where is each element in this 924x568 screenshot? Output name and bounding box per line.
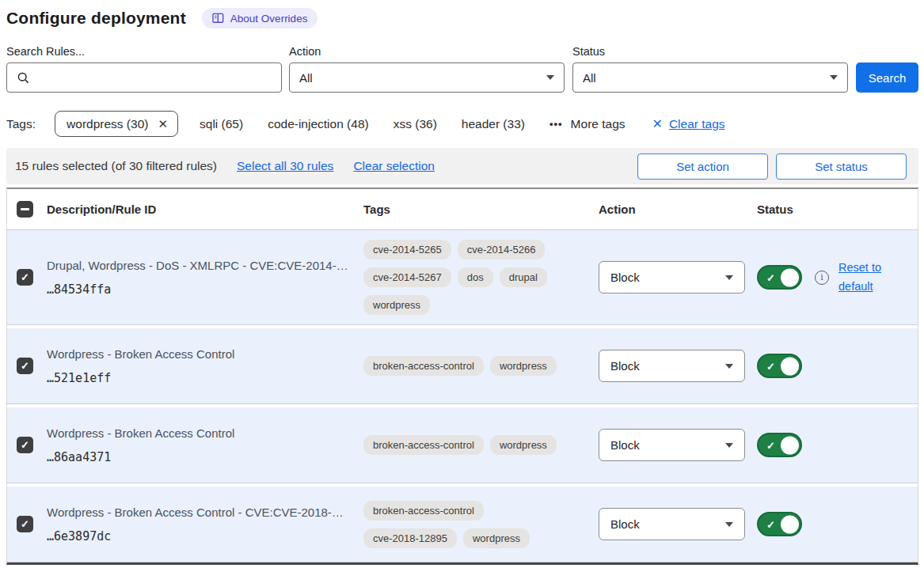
- check-icon: ✓: [21, 440, 29, 450]
- tag-badge: cve-2018-12895: [363, 528, 457, 548]
- about-overrides-label: About Overrides: [230, 13, 308, 25]
- toggle-knob: [781, 515, 799, 533]
- tag-badge: cve-2014-5265: [363, 240, 451, 259]
- tag-filter-list: sqli (65)code-injection (48)xss (36)head…: [200, 117, 525, 131]
- chevron-down-icon: [830, 75, 838, 80]
- book-icon: [212, 13, 224, 24]
- action-select[interactable]: Block: [599, 261, 745, 293]
- tag-badge: cve-2014-5266: [458, 240, 546, 259]
- row-checkbox[interactable]: ✓: [17, 516, 33, 532]
- selection-bar: 15 rules selected (of 30 filtered rules)…: [6, 148, 918, 184]
- rules-table: Description/Rule ID Tags Action Status ✓…: [6, 187, 918, 565]
- rule-tags: broken-access-controlwordpress: [363, 435, 561, 455]
- check-icon: ✓: [21, 361, 29, 371]
- rule-description: Drupal, Wordpress - DoS - XMLRPC - CVE:C…: [47, 259, 349, 272]
- tag-badge: broken-access-control: [363, 356, 484, 376]
- table-header-row: Description/Rule ID Tags Action Status: [7, 189, 918, 230]
- action-select-value: Block: [610, 271, 640, 284]
- tag-badge: wordpress: [363, 295, 430, 315]
- action-select[interactable]: Block: [599, 508, 745, 540]
- tag-badge: wordpress: [490, 435, 557, 455]
- clear-tags-button[interactable]: ✕ Clear tags: [652, 116, 725, 131]
- tag-filter[interactable]: code-injection (48): [268, 117, 369, 131]
- clear-tags-label: Clear tags: [669, 117, 725, 131]
- ellipsis-icon: •••: [549, 118, 563, 130]
- row-checkbox[interactable]: ✓: [17, 358, 33, 374]
- tag-badge: wordpress: [463, 528, 530, 548]
- selected-tag-label: wordpress (30): [67, 117, 148, 131]
- toggle-knob: [781, 268, 799, 286]
- action-select-value: Block: [610, 438, 640, 452]
- column-header-action: Action: [599, 203, 757, 216]
- select-all-checkbox[interactable]: [17, 201, 33, 218]
- select-all-link[interactable]: Select all 30 rules: [237, 159, 333, 173]
- table-row: ✓ Wordpress - Broken Access Control - CV…: [7, 487, 918, 562]
- clear-tags-x-icon: ✕: [652, 116, 663, 131]
- tag-badge: wordpress: [490, 356, 557, 376]
- toggle-check-icon: ✓: [766, 518, 775, 530]
- selected-tag-wordpress[interactable]: wordpress (30) ✕: [55, 111, 178, 137]
- about-overrides-badge[interactable]: About Overrides: [202, 8, 318, 28]
- status-toggle[interactable]: ✓: [757, 354, 802, 378]
- status-toggle[interactable]: ✓: [757, 265, 802, 290]
- check-icon: ✓: [21, 272, 29, 282]
- status-filter-select[interactable]: All: [572, 62, 848, 93]
- tag-filter[interactable]: sqli (65): [200, 117, 243, 131]
- tag-filter[interactable]: xss (36): [394, 117, 437, 131]
- toggle-knob: [781, 357, 799, 375]
- action-select[interactable]: Block: [599, 350, 745, 382]
- action-select-value: Block: [610, 359, 640, 373]
- rule-description: Wordpress - Broken Access Control: [47, 347, 349, 361]
- status-toggle[interactable]: ✓: [757, 433, 802, 457]
- row-checkbox[interactable]: ✓: [17, 437, 33, 453]
- rule-tags: broken-access-controlwordpress: [363, 356, 561, 376]
- rule-id: …84534ffa: [47, 282, 349, 297]
- search-button[interactable]: Search: [856, 62, 918, 93]
- action-select-value: Block: [610, 517, 640, 531]
- more-tags-button[interactable]: ••• More tags: [549, 117, 626, 131]
- chevron-down-icon: [725, 275, 733, 280]
- table-row: ✓ Wordpress - Broken Access Control …86a…: [7, 407, 918, 483]
- table-row: ✓ Drupal, Wordpress - DoS - XMLRPC - CVE…: [7, 230, 918, 325]
- tag-badge: broken-access-control: [363, 501, 484, 521]
- chevron-down-icon: [725, 443, 733, 448]
- chevron-down-icon: [725, 364, 733, 369]
- page-header: Configure deployment About Overrides: [6, 8, 918, 28]
- tag-badge: drupal: [500, 267, 547, 287]
- tag-filter[interactable]: header (33): [462, 117, 525, 131]
- search-rules-label: Search Rules...: [6, 45, 282, 58]
- clear-selection-link[interactable]: Clear selection: [353, 159, 435, 173]
- toggle-check-icon: ✓: [766, 271, 775, 283]
- set-status-button[interactable]: Set status: [776, 153, 907, 180]
- rule-tags: broken-access-controlcve-2018-12895wordp…: [363, 501, 561, 548]
- status-filter-label: Status: [572, 45, 848, 58]
- tag-badge: broken-access-control: [363, 435, 484, 455]
- rule-description: Wordpress - Broken Access Control: [47, 426, 349, 440]
- chevron-down-icon: [546, 75, 554, 80]
- rule-tags: cve-2014-5265cve-2014-5266cve-2014-5267d…: [363, 240, 561, 315]
- action-filter-select[interactable]: All: [289, 62, 565, 93]
- filters-row: Search Rules... Action All Status All: [6, 45, 918, 93]
- check-icon: ✓: [21, 519, 29, 529]
- column-header-tags: Tags: [363, 203, 599, 216]
- chevron-down-icon: [725, 522, 733, 527]
- info-icon[interactable]: i: [815, 271, 829, 285]
- tags-label: Tags:: [6, 117, 36, 131]
- rule-id: …6e3897dc: [47, 529, 349, 543]
- status-filter-value: All: [583, 71, 596, 85]
- toggle-check-icon: ✓: [766, 439, 775, 451]
- set-action-button[interactable]: Set action: [637, 153, 768, 180]
- search-input[interactable]: [6, 62, 282, 93]
- remove-tag-icon[interactable]: ✕: [158, 117, 168, 131]
- tag-badge: dos: [458, 267, 493, 287]
- column-header-status: Status: [757, 203, 918, 216]
- more-tags-label: More tags: [571, 117, 626, 131]
- reset-to-default-link[interactable]: Reset to default: [838, 259, 891, 297]
- toggle-check-icon: ✓: [766, 360, 775, 372]
- rule-id: …521e1eff: [47, 371, 349, 385]
- tags-bar: Tags: wordpress (30) ✕ sqli (65)code-inj…: [6, 111, 918, 137]
- action-select[interactable]: Block: [599, 429, 745, 461]
- selection-summary: 15 rules selected (of 30 filtered rules): [15, 159, 217, 173]
- row-checkbox[interactable]: ✓: [17, 269, 33, 286]
- status-toggle[interactable]: ✓: [757, 512, 802, 536]
